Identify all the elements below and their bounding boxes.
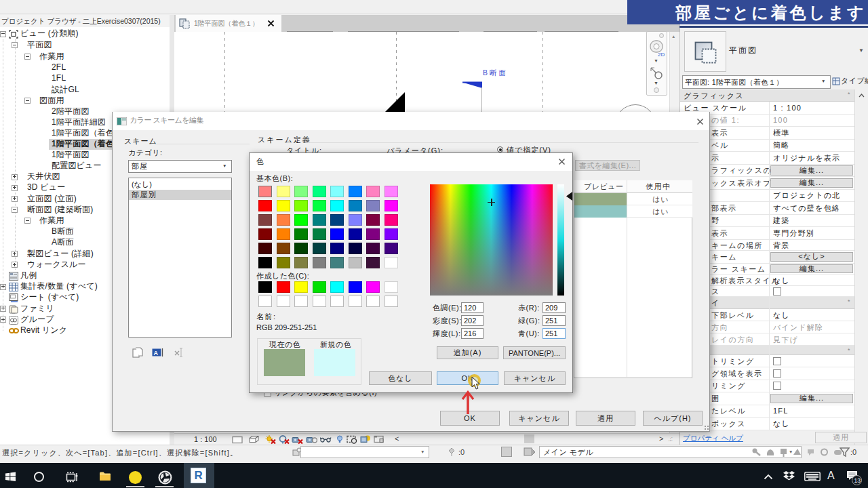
svg-text:A: A bbox=[154, 350, 159, 357]
svg-text:2D: 2D bbox=[658, 52, 665, 57]
